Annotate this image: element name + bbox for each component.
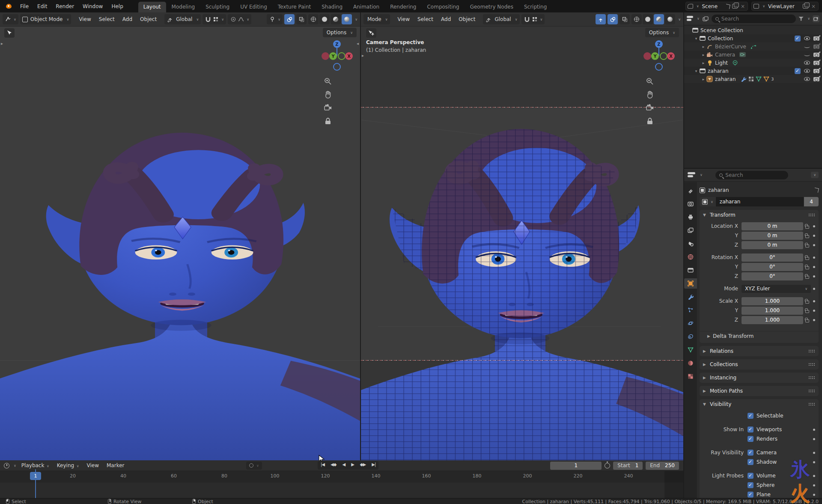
- panel-drag-grip[interactable]: [808, 376, 815, 379]
- jump-to-end-button[interactable]: ▶|: [369, 461, 378, 470]
- gizmo-x-axis[interactable]: X: [345, 52, 353, 60]
- workspace-tab-uv-editing[interactable]: UV Editing: [235, 2, 272, 12]
- animate-dot[interactable]: [813, 288, 815, 290]
- previous-keyframe-button[interactable]: ◀◆: [328, 461, 339, 470]
- animate-dot[interactable]: [813, 275, 815, 277]
- properties-editor-icon[interactable]: [688, 172, 695, 178]
- xray-toggle-left[interactable]: [296, 14, 307, 24]
- gizmo-z-axis[interactable]: Z: [655, 40, 663, 48]
- lock-icon[interactable]: [805, 301, 809, 304]
- panel-drag-grip[interactable]: [808, 213, 815, 217]
- properties-options-icon[interactable]: ∨: [811, 172, 819, 178]
- snapping-cluster-left[interactable]: ∨: [203, 14, 226, 24]
- next-keyframe-button[interactable]: ◆▶: [357, 461, 369, 470]
- properties-tab-texture[interactable]: [684, 371, 697, 382]
- workspace-tab-geometry-nodes[interactable]: Geometry Nodes: [465, 2, 518, 12]
- play-reverse-button[interactable]: ◀: [339, 461, 348, 470]
- toolbar-expand-icon[interactable]: ▸: [1, 41, 3, 46]
- outliner-row-collection[interactable]: ▾Collection: [684, 34, 822, 42]
- mode-dropdown-right[interactable]: Mode ∨: [363, 14, 390, 24]
- lock-icon[interactable]: [805, 226, 809, 229]
- show-overlays-toggle-left[interactable]: [284, 14, 295, 24]
- animate-dot[interactable]: [813, 310, 815, 312]
- value-field[interactable]: 0 m: [742, 232, 803, 240]
- shading-wire-button[interactable]: [308, 14, 319, 24]
- auto-keying-toggle[interactable]: ∨: [246, 462, 262, 470]
- outliner-row-scene-collection[interactable]: Scene Collection: [684, 26, 822, 34]
- delta-transform-subpanel[interactable]: ▶ Delta Transform: [700, 331, 819, 340]
- animate-dot[interactable]: [813, 461, 815, 463]
- orientation-dropdown-right[interactable]: Global ∨: [483, 14, 519, 24]
- panel-drag-grip[interactable]: [808, 403, 815, 406]
- properties-tab-output[interactable]: [684, 212, 697, 222]
- lock-view-icon[interactable]: [646, 117, 654, 125]
- caret-down-icon[interactable]: ▾: [693, 36, 699, 41]
- sphere-checkbox[interactable]: [748, 482, 754, 488]
- animate-dot[interactable]: [813, 225, 815, 227]
- sidebar-collapse-icon[interactable]: ◂: [357, 41, 359, 46]
- gizmo-neg-z-axis[interactable]: [655, 63, 663, 71]
- start-frame-field[interactable]: Start1: [613, 462, 643, 470]
- timeline-track[interactable]: [0, 483, 683, 498]
- shadow-checkbox[interactable]: [748, 459, 754, 465]
- camera-view-icon[interactable]: [324, 104, 332, 112]
- hide-viewport-toggle[interactable]: [804, 36, 810, 40]
- outliner-row-zaharan[interactable]: ▸zaharan3: [684, 75, 822, 83]
- menu-file[interactable]: File: [16, 2, 33, 11]
- viewport-3d-right[interactable]: Mode ∨ ViewSelectAddObject Global ∨ ∨: [361, 12, 683, 460]
- gizmo-neg-y-axis[interactable]: [338, 52, 345, 60]
- show-gizmo-toggle-right[interactable]: [596, 14, 606, 24]
- viewport-right-canvas[interactable]: ▸ Camera Perspective (1) Collection | za…: [361, 27, 683, 460]
- hide-viewport-toggle[interactable]: [804, 77, 810, 81]
- outliner-row-light[interactable]: ▸Light: [684, 59, 822, 67]
- zoom-icon[interactable]: [324, 77, 332, 86]
- show-overlays-toggle-right[interactable]: [608, 14, 618, 24]
- gizmo-z-axis[interactable]: Z: [333, 40, 341, 48]
- navigation-gizmo-left[interactable]: Z Y X: [321, 39, 353, 72]
- shading-wire-button[interactable]: [631, 14, 642, 24]
- lock-icon[interactable]: [805, 310, 809, 313]
- workspace-tab-compositing[interactable]: Compositing: [422, 2, 464, 12]
- hide-viewport-toggle[interactable]: [804, 53, 810, 56]
- workspace-tab-texture-paint[interactable]: Texture Paint: [273, 2, 316, 12]
- collection-checkbox[interactable]: [795, 36, 801, 42]
- unlink-scene-icon[interactable]: ×: [740, 3, 746, 9]
- shading-mat-button[interactable]: [331, 14, 341, 24]
- workspace-tab-scripting[interactable]: Scripting: [519, 2, 552, 12]
- panel-header-motion-paths[interactable]: ▶Motion Paths: [700, 386, 819, 396]
- object-name-field[interactable]: zaharan: [716, 197, 804, 206]
- camera-checkbox[interactable]: [748, 450, 754, 456]
- disable-render-toggle[interactable]: [813, 53, 819, 57]
- gizmo-neg-x-axis[interactable]: [643, 52, 651, 60]
- active-tool-move-icon[interactable]: [366, 28, 376, 38]
- disable-render-toggle[interactable]: [813, 77, 819, 81]
- playhead-badge[interactable]: 1: [30, 472, 41, 480]
- navigation-gizmo-right[interactable]: Z Y X: [643, 39, 675, 72]
- camera-view-icon[interactable]: [646, 104, 654, 112]
- value-field[interactable]: 1.000: [742, 316, 803, 324]
- hide-viewport-toggle[interactable]: [804, 69, 810, 73]
- properties-tab-view-layer[interactable]: [684, 225, 697, 236]
- value-field[interactable]: 0°: [742, 272, 803, 280]
- panel-drag-grip[interactable]: [808, 389, 815, 393]
- viewport-menu-object[interactable]: Object: [137, 15, 160, 24]
- shading-rend-button[interactable]: [665, 14, 675, 24]
- gizmo-neg-y-axis[interactable]: [660, 52, 667, 60]
- lock-icon[interactable]: [805, 235, 809, 238]
- animate-dot[interactable]: [813, 484, 815, 486]
- scene-name[interactable]: Scene: [701, 3, 724, 9]
- panel-drag-grip[interactable]: [808, 349, 815, 353]
- caret-down-icon[interactable]: ▾: [693, 69, 699, 73]
- panel-header-collections[interactable]: ▶Collections: [700, 359, 819, 370]
- workspace-tab-animation[interactable]: Animation: [348, 2, 384, 12]
- viewport-3d-left[interactable]: ∨ Object Mode ∨ ViewSelectAddObject Glob…: [0, 12, 360, 460]
- show-gizmo-dropdown-left[interactable]: ∨: [267, 14, 283, 24]
- end-frame-field[interactable]: End250: [646, 462, 679, 470]
- properties-tab-object[interactable]: [684, 278, 697, 289]
- transform-panel-header[interactable]: ▼ Transform: [700, 210, 819, 220]
- gizmo-neg-x-axis[interactable]: [322, 52, 329, 60]
- pin-icon[interactable]: [725, 4, 730, 9]
- value-field[interactable]: 0°: [742, 253, 803, 262]
- new-viewlayer-icon[interactable]: [803, 4, 808, 9]
- users-count-badge[interactable]: 4: [804, 197, 819, 206]
